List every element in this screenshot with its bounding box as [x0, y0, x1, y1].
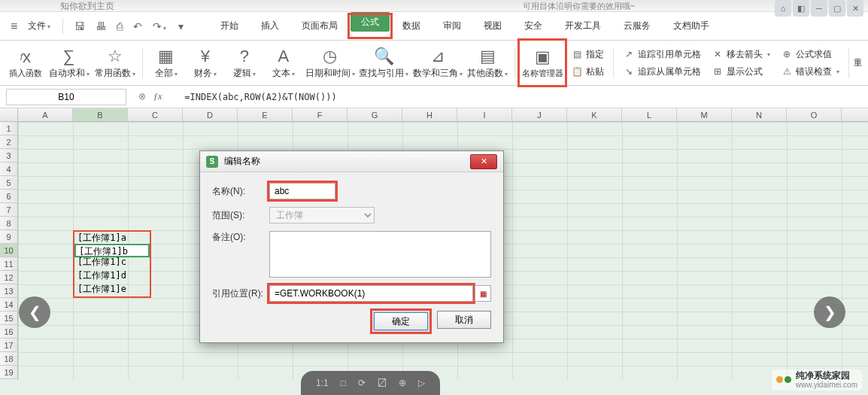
col-header-C[interactable]: C: [128, 108, 183, 121]
menu-tab-3[interactable]: 公式: [351, 12, 390, 32]
row-header-6[interactable]: 6: [0, 190, 17, 203]
bottom-toolbar-item-1[interactable]: □: [341, 378, 346, 388]
menu-tab-10[interactable]: 文档助手: [663, 15, 720, 37]
col-header-I[interactable]: I: [457, 108, 512, 121]
redo-icon[interactable]: ↷▾: [149, 17, 170, 35]
fb-cancel-icon[interactable]: ⊗: [138, 91, 146, 102]
row-header-17[interactable]: 17: [0, 339, 17, 352]
col-header-J[interactable]: J: [512, 108, 567, 121]
nav-prev-button[interactable]: ❮: [19, 296, 50, 328]
data-cell-1[interactable]: [工作簿1]b: [74, 244, 150, 257]
nav-next-button[interactable]: ❯: [814, 296, 845, 328]
ref-picker-button[interactable]: ▦: [475, 285, 491, 302]
other-functions-button[interactable]: ▤ 其他函数▾: [465, 41, 510, 85]
undo-icon[interactable]: ↶: [129, 17, 146, 35]
menu-tab-6[interactable]: 视图: [473, 15, 512, 37]
remove-arrows-button[interactable]: ✕移去箭头▾: [712, 47, 770, 62]
row-header-9[interactable]: 9: [0, 230, 17, 244]
text-functions-button[interactable]: A 文本▾: [265, 41, 302, 85]
error-check-button[interactable]: ⚠错误检查▾: [781, 64, 839, 80]
row-header-10[interactable]: 10: [0, 244, 17, 257]
dialog-remarks-textarea[interactable]: [269, 231, 491, 278]
menu-tab-1[interactable]: 插入: [250, 15, 290, 37]
bottom-toolbar-item-5[interactable]: ▷: [418, 378, 425, 388]
logic-button[interactable]: ? 逻辑▾: [226, 41, 263, 85]
name-manager-button[interactable]: ▣ 名称管理器: [520, 41, 566, 85]
bottom-toolbar-item-2[interactable]: ⟳: [358, 378, 366, 388]
col-header-O[interactable]: O: [787, 108, 842, 121]
col-header-D[interactable]: D: [183, 108, 238, 121]
eval-formula-button[interactable]: ⊕公式求值: [781, 47, 839, 62]
row-header-12[interactable]: 12: [0, 271, 17, 284]
data-cell-4[interactable]: [工作簿1]e: [74, 283, 150, 296]
col-header-L[interactable]: L: [622, 108, 677, 121]
math-button[interactable]: ⊿ 数学和三角▾: [411, 41, 463, 85]
dialog-name-input[interactable]: [269, 183, 335, 199]
bottom-toolbar-item-4[interactable]: ⊕: [399, 378, 406, 388]
col-header-N[interactable]: N: [732, 108, 787, 121]
trace-precedents-button[interactable]: ↗追踪引用单元格: [623, 47, 701, 62]
row-header-15[interactable]: 15: [0, 311, 17, 325]
col-header-E[interactable]: E: [238, 108, 293, 121]
hamburger-icon[interactable]: ≡: [8, 17, 20, 36]
fx-label-icon[interactable]: ƒx: [153, 91, 162, 102]
row-header-13[interactable]: 13: [0, 284, 17, 298]
dialog-close-button[interactable]: ✕: [470, 154, 497, 169]
show-formulas-button[interactable]: ⊞显示公式: [712, 64, 770, 80]
dialog-ref-input[interactable]: [269, 285, 473, 302]
row-header-1[interactable]: 1: [0, 122, 17, 135]
auto-sum-button[interactable]: ∑ 自动求和▾: [47, 41, 92, 85]
row-header-8[interactable]: 8: [0, 217, 17, 230]
bottom-toolbar-item-3[interactable]: 〼: [378, 378, 387, 388]
formula-input[interactable]: [180, 89, 868, 105]
col-header-F[interactable]: F: [293, 108, 348, 121]
col-header-H[interactable]: H: [402, 108, 457, 121]
row-header-16[interactable]: 16: [0, 325, 17, 339]
all-functions-button[interactable]: ▦ 全部▾: [147, 41, 185, 85]
name-box[interactable]: [6, 89, 126, 105]
dialog-cancel-button[interactable]: 取消: [437, 311, 491, 329]
common-functions-button[interactable]: ☆ 常用函数▾: [93, 41, 138, 85]
save-icon[interactable]: 🖫: [71, 17, 89, 35]
trace-dependents-button[interactable]: ↘追踪从属单元格: [623, 64, 701, 80]
col-header-G[interactable]: G: [348, 108, 402, 121]
finance-button[interactable]: ¥ 财务▾: [187, 41, 224, 85]
wc-gift-icon[interactable]: ⌂: [775, 0, 791, 17]
paste-name-button[interactable]: 📋粘贴: [571, 64, 604, 80]
dialog-titlebar[interactable]: S 编辑名称 ✕: [200, 151, 503, 172]
menu-tab-2[interactable]: 页面布局: [291, 15, 348, 37]
row-header-4[interactable]: 4: [0, 163, 17, 176]
maximize-button[interactable]: ▢: [829, 0, 845, 17]
col-header-A[interactable]: A: [18, 108, 73, 121]
dialog-scope-select[interactable]: 工作簿: [269, 207, 375, 223]
col-header-B[interactable]: B: [73, 108, 128, 121]
minimize-button[interactable]: ─: [811, 0, 827, 17]
datetime-button[interactable]: ◷ 日期和时间▾: [304, 41, 356, 85]
wc-skin-icon[interactable]: ◧: [793, 0, 809, 17]
row-header-18[interactable]: 18: [0, 352, 17, 366]
data-cell-3[interactable]: [工作簿1]d: [74, 269, 150, 283]
row-header-11[interactable]: 11: [0, 257, 17, 271]
row-header-3[interactable]: 3: [0, 149, 17, 163]
assign-name-button[interactable]: ▤指定: [571, 47, 604, 62]
menu-tab-4[interactable]: 数据: [392, 15, 431, 37]
print-icon[interactable]: 🖶: [92, 17, 110, 35]
row-header-2[interactable]: 2: [0, 135, 17, 149]
lookup-button[interactable]: 🔍 查找与引用▾: [357, 41, 409, 85]
row-header-7[interactable]: 7: [0, 203, 17, 217]
row-header-5[interactable]: 5: [0, 176, 17, 190]
file-menu[interactable]: 文件▾: [23, 17, 55, 35]
dialog-ok-button[interactable]: 确定: [374, 312, 428, 330]
row-header-14[interactable]: 14: [0, 298, 17, 311]
row-header-19[interactable]: 19: [0, 366, 17, 379]
menu-tab-5[interactable]: 审阅: [432, 15, 472, 37]
insert-function-button[interactable]: fx 插入函数: [6, 41, 45, 85]
qat-dropdown-icon[interactable]: ▾: [175, 17, 187, 35]
col-header-M[interactable]: M: [677, 108, 732, 121]
menu-tab-0[interactable]: 开始: [210, 15, 249, 37]
select-all-corner[interactable]: [0, 108, 18, 121]
menu-tab-8[interactable]: 开发工具: [554, 15, 612, 37]
col-header-K[interactable]: K: [567, 108, 622, 121]
menu-tab-9[interactable]: 云服务: [613, 15, 661, 37]
menu-tab-7[interactable]: 安全: [514, 15, 553, 37]
